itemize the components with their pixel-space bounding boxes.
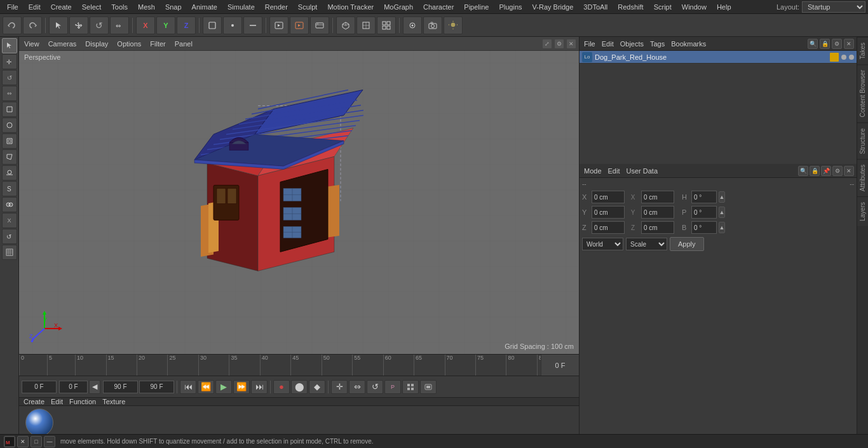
tool-spline[interactable] — [2, 118, 17, 133]
tab-attributes[interactable]: Attributes — [857, 159, 868, 196]
rot-p-arrow[interactable]: ▲ — [719, 207, 725, 218]
scale-tool-pb[interactable]: ⇔ — [349, 380, 365, 394]
menu-render[interactable]: Render — [261, 2, 292, 12]
menu-file[interactable]: File — [3, 2, 23, 12]
step-forward-button[interactable]: ⏩ — [233, 380, 250, 394]
rot-h-arrow[interactable]: ▲ — [719, 191, 725, 203]
point-mode-button[interactable] — [223, 17, 242, 34]
end-frame-display[interactable] — [103, 381, 138, 393]
obj-search-btn[interactable]: 🔍 — [808, 39, 818, 49]
scale-dropdown[interactable]: Scale — [626, 238, 667, 250]
timeline-settings-pb[interactable] — [420, 380, 437, 394]
menu-sculpt[interactable]: Sculpt — [294, 2, 322, 12]
rotate-tool-pb[interactable]: ↺ — [367, 380, 383, 394]
preview-end-input[interactable] — [139, 381, 174, 393]
attr-close-btn[interactable]: ✕ — [844, 166, 854, 176]
tool-move[interactable]: ✛ — [2, 54, 17, 69]
render-settings-button[interactable] — [310, 17, 329, 34]
attr-edit[interactable]: Edit — [606, 167, 622, 175]
jump-to-end-button[interactable]: ⏭ — [251, 380, 268, 394]
layout-dropdown[interactable]: Startup — [802, 1, 865, 13]
status-btn2[interactable]: □ — [31, 436, 42, 447]
attr-lock-btn[interactable]: 🔒 — [810, 166, 820, 176]
attr-search-btn[interactable]: 🔍 — [798, 166, 808, 176]
jump-to-start-button[interactable]: ⏮ — [180, 380, 196, 394]
menu-pipeline[interactable]: Pipeline — [459, 2, 493, 12]
object-mode-button[interactable] — [203, 17, 222, 34]
perspective-view-button[interactable] — [336, 17, 355, 34]
menu-plugins[interactable]: Plugins — [494, 2, 526, 12]
menu-tools[interactable]: Tools — [107, 2, 132, 12]
auto-key-button[interactable]: ⬤ — [291, 380, 308, 394]
menu-motion-tracker[interactable]: Motion Tracker — [323, 2, 378, 12]
attr-user-data[interactable]: User Data — [625, 167, 660, 175]
menu-vray-bridge[interactable]: V-Ray Bridge — [528, 2, 578, 12]
pose-pb[interactable]: P — [384, 380, 401, 394]
vp-menu-display[interactable]: Display — [83, 40, 111, 48]
obj-objects[interactable]: Objects — [618, 40, 646, 48]
key-button[interactable]: ◆ — [309, 380, 325, 394]
status-btn1[interactable]: ✕ — [17, 436, 29, 447]
light-button[interactable] — [444, 17, 463, 34]
pos-z-input[interactable] — [592, 221, 625, 234]
maxon-icon[interactable]: M — [4, 436, 15, 447]
status-btn3[interactable]: — — [44, 436, 55, 447]
tool-generator[interactable] — [2, 133, 17, 149]
menu-create[interactable]: Create — [46, 2, 76, 12]
tab-content-browser[interactable]: Content Browser — [857, 64, 868, 122]
vp-menu-panel[interactable]: Panel — [172, 40, 195, 48]
tool-shape[interactable] — [2, 102, 17, 117]
snapping-button[interactable] — [403, 17, 422, 34]
menu-simulate[interactable]: Simulate — [223, 2, 259, 12]
tab-layers[interactable]: Layers — [857, 196, 868, 226]
move-tool-button[interactable]: ✛ — [69, 17, 88, 34]
mat-edit[interactable]: Edit — [49, 398, 65, 405]
vp-expand-button[interactable]: ⤢ — [542, 39, 552, 49]
vp-settings-button[interactable]: ⚙ — [554, 39, 564, 49]
attr-mode[interactable]: Mode — [582, 167, 604, 175]
tool-scale[interactable]: ⇔ — [2, 86, 17, 101]
timeline-ruler[interactable]: 0 5 10 15 20 25 30 35 40 45 50 55 60 65 — [19, 355, 579, 376]
menu-select[interactable]: Select — [78, 2, 106, 12]
menu-3dtoall[interactable]: 3DToAll — [579, 2, 612, 12]
start-frame-input[interactable] — [22, 381, 57, 393]
object-render-dot[interactable] — [849, 55, 854, 60]
render-view-button[interactable] — [269, 17, 288, 34]
tool-rotate[interactable]: ↺ — [2, 70, 17, 85]
menu-script[interactable]: Script — [649, 2, 676, 12]
decrease-btn[interactable]: ◀ — [89, 380, 100, 394]
mat-function[interactable]: Function — [67, 398, 98, 405]
mat-texture[interactable]: Texture — [100, 398, 127, 405]
keyframe-grid-pb[interactable] — [402, 380, 419, 394]
rot-p-input[interactable] — [691, 206, 717, 219]
axis-z-button[interactable]: Z — [177, 17, 196, 34]
obj-lock-btn[interactable]: 🔒 — [820, 39, 830, 49]
rot-h-input[interactable] — [691, 191, 717, 203]
edge-mode-button[interactable] — [243, 17, 262, 34]
attr-settings-btn[interactable]: ⚙ — [832, 166, 843, 176]
menu-window[interactable]: Window — [677, 2, 711, 12]
apply-button[interactable]: Apply — [670, 237, 704, 251]
select-tool-button[interactable] — [49, 17, 68, 34]
vp-menu-options[interactable]: Options — [114, 40, 144, 48]
obj-close-btn[interactable]: ✕ — [844, 39, 854, 49]
undo-button[interactable] — [3, 17, 22, 34]
tool-shader[interactable]: S — [2, 181, 17, 196]
tool-enviro[interactable] — [2, 165, 17, 180]
attr-pin-btn[interactable]: 📌 — [821, 166, 831, 176]
pos-y-input[interactable] — [592, 206, 625, 219]
obj-file[interactable]: File — [582, 40, 597, 48]
obj-edit[interactable]: Edit — [600, 40, 616, 48]
menu-snap[interactable]: Snap — [161, 2, 186, 12]
vp-menu-filter[interactable]: Filter — [147, 40, 168, 48]
tool-xpresso[interactable]: X — [2, 213, 17, 228]
pos-x-right-input[interactable] — [641, 191, 674, 203]
tab-takes[interactable]: Takes — [857, 37, 868, 64]
camera-button[interactable] — [423, 17, 442, 34]
front-view-button[interactable] — [356, 17, 376, 34]
tool-select[interactable] — [2, 38, 17, 53]
menu-animate[interactable]: Animate — [187, 2, 222, 12]
tool-deformer[interactable] — [2, 149, 17, 165]
rot-b-input[interactable] — [691, 221, 717, 234]
tool-metaball[interactable] — [2, 197, 17, 212]
